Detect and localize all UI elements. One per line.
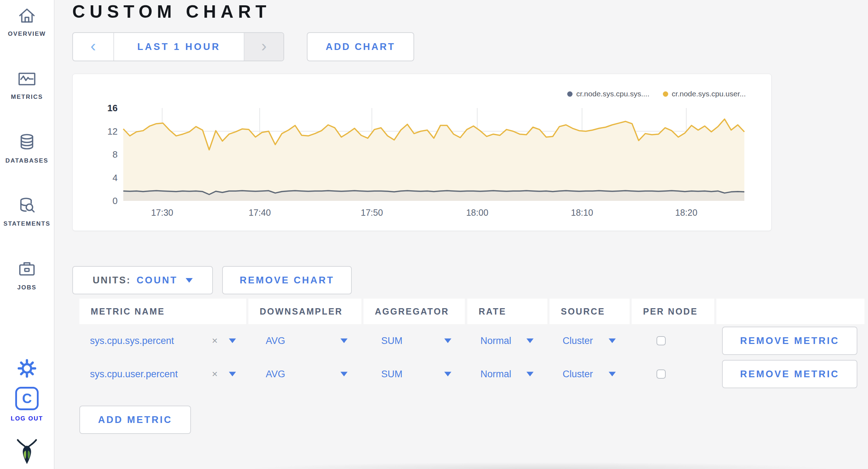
time-prev-button[interactable]: ‹: [73, 33, 114, 61]
table-row: sys.cpu.sys.percent × AVG SUM Normal Clu…: [0, 324, 868, 357]
svg-text:17:40: 17:40: [249, 208, 271, 217]
add-metric-button[interactable]: ADD METRIC: [79, 406, 191, 434]
dropdown-arrow-icon[interactable]: [444, 339, 451, 343]
svg-text:12: 12: [107, 126, 118, 137]
svg-text:18:00: 18:00: [466, 208, 489, 217]
source-select[interactable]: Cluster: [563, 369, 593, 380]
rate-select[interactable]: Normal: [480, 335, 511, 346]
logo-letter: C: [22, 391, 32, 406]
downsampler-select[interactable]: AVG: [266, 369, 285, 380]
legend-label: cr.node.sys.cpu.user...: [672, 90, 746, 98]
dropdown-arrow-icon[interactable]: [444, 372, 451, 377]
metric-name-value[interactable]: sys.cpu.sys.percent: [90, 335, 174, 346]
clear-metric-icon[interactable]: ×: [212, 335, 218, 346]
remove-metric-button[interactable]: REMOVE METRIC: [722, 327, 857, 355]
source-select[interactable]: Cluster: [563, 335, 593, 346]
aggregator-select[interactable]: SUM: [381, 335, 402, 346]
legend-item[interactable]: cr.node.sys.cpu.user...: [663, 90, 746, 98]
legend-item[interactable]: cr.node.sys.cpu.sys....: [567, 90, 649, 98]
units-label: UNITS:: [93, 275, 131, 286]
databases-icon: [0, 132, 54, 152]
metric-name-value[interactable]: sys.cpu.user.percent: [90, 369, 178, 380]
sidebar: OVERVIEW METRICS DATABASES STATEMENTS: [0, 0, 55, 469]
chart-legend: cr.node.sys.cpu.sys.... cr.node.sys.cpu.…: [567, 90, 746, 98]
aggregator-select[interactable]: SUM: [381, 369, 402, 380]
downsampler-select[interactable]: AVG: [266, 335, 285, 346]
time-range-selector: ‹ LAST 1 HOUR ›: [72, 32, 284, 61]
table-row: sys.cpu.user.percent × AVG SUM Normal Cl…: [0, 357, 868, 391]
cockroach-bug-icon: [0, 438, 54, 468]
bottom-scroll-shadow: [213, 460, 868, 469]
dropdown-arrow-icon[interactable]: [229, 372, 236, 377]
dropdown-arrow-icon[interactable]: [340, 339, 348, 343]
svg-text:17:30: 17:30: [151, 208, 173, 217]
col-header-downsampler: DOWNSAMPLER: [248, 299, 361, 324]
per-node-checkbox[interactable]: [656, 369, 666, 379]
page-title: CUSTOM CHART: [72, 1, 271, 22]
legend-label: cr.node.sys.cpu.sys....: [576, 90, 649, 98]
home-icon: [0, 6, 54, 26]
sidebar-item-overview[interactable]: OVERVIEW: [0, 30, 54, 38]
sidebar-item-databases[interactable]: DATABASES: [0, 157, 54, 164]
col-header-source: SOURCE: [549, 299, 630, 324]
svg-text:18:20: 18:20: [675, 208, 698, 217]
legend-dot: [663, 91, 668, 97]
dropdown-arrow-icon[interactable]: [609, 372, 616, 377]
time-next-button[interactable]: ›: [244, 33, 283, 61]
per-node-checkbox[interactable]: [656, 336, 666, 345]
sidebar-item-statements[interactable]: STATEMENTS: [0, 220, 54, 227]
svg-text:17:50: 17:50: [361, 208, 383, 217]
svg-text:18:10: 18:10: [571, 208, 593, 217]
metrics-icon: [0, 69, 54, 89]
dropdown-arrow-icon: [186, 278, 193, 283]
clear-metric-icon[interactable]: ×: [212, 368, 218, 380]
units-value: COUNT: [137, 275, 178, 286]
remove-metric-button[interactable]: REMOVE METRIC: [722, 360, 857, 388]
dropdown-arrow-icon[interactable]: [526, 372, 534, 377]
col-header-per-node: PER NODE: [632, 299, 714, 324]
col-header-rate: RATE: [467, 299, 547, 324]
dropdown-arrow-icon[interactable]: [526, 339, 534, 343]
col-header-metric-name: METRIC NAME: [79, 299, 246, 324]
rate-select[interactable]: Normal: [480, 369, 511, 380]
jobs-icon: [0, 259, 54, 278]
legend-dot: [567, 91, 573, 97]
units-dropdown[interactable]: UNITS: COUNT: [72, 266, 213, 294]
sidebar-item-metrics[interactable]: METRICS: [0, 94, 54, 101]
col-header-aggregator: AGGREGATOR: [363, 299, 465, 324]
dropdown-arrow-icon[interactable]: [609, 339, 616, 343]
svg-text:16: 16: [107, 103, 118, 113]
log-out-button[interactable]: LOG OUT: [0, 415, 54, 422]
add-chart-button[interactable]: ADD CHART: [307, 32, 414, 61]
svg-text:4: 4: [113, 173, 118, 183]
sidebar-item-jobs[interactable]: JOBS: [0, 284, 54, 291]
remove-chart-button[interactable]: REMOVE CHART: [222, 266, 352, 294]
chart-card: 17:3017:4017:5018:0018:1018:200481216 cr…: [72, 74, 772, 231]
time-range-label[interactable]: LAST 1 HOUR: [114, 33, 244, 61]
dropdown-arrow-icon[interactable]: [229, 339, 236, 343]
col-header-actions: [716, 299, 864, 324]
dropdown-arrow-icon[interactable]: [340, 372, 348, 377]
statements-icon: [0, 196, 54, 215]
svg-text:0: 0: [113, 196, 118, 206]
svg-text:8: 8: [113, 149, 118, 160]
